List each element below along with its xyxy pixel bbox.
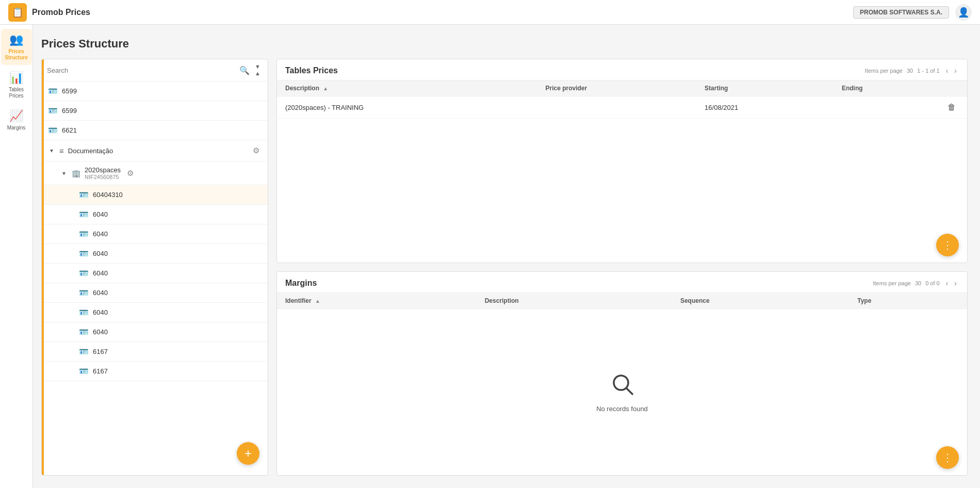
margins-col-sequence[interactable]: Sequence bbox=[672, 293, 849, 309]
app-name: Promob Prices bbox=[32, 8, 90, 17]
margins-section-title: Margins bbox=[285, 279, 317, 288]
margins-next-page-button[interactable]: › bbox=[952, 278, 959, 288]
collapse-icon[interactable]: ▾ bbox=[48, 147, 55, 154]
margins-section: Margins Items per page 30 0 of 0 ‹ › bbox=[276, 271, 968, 476]
margins-pagination-info: 0 of 0 bbox=[925, 280, 940, 286]
folder-2020-icon: 🏢 bbox=[72, 169, 80, 177]
search-icon: 🔍 bbox=[239, 66, 250, 75]
prices-table: Description ▲ Price provider Starting En… bbox=[277, 80, 967, 119]
svg-line-1 bbox=[626, 388, 632, 394]
page-title: Prices Structure bbox=[41, 37, 968, 51]
margins-icon: 📈 bbox=[9, 109, 23, 123]
prices-row-starting: 16/08/2021 bbox=[696, 96, 834, 119]
logo: 📋 Promob Prices bbox=[8, 3, 90, 22]
sidebar-label-prices-structure: PricesStructure bbox=[5, 48, 27, 61]
margins-col-description[interactable]: Description bbox=[477, 293, 672, 309]
margins-section-header: Margins Items per page 30 0 of 0 ‹ › bbox=[277, 272, 967, 293]
prices-col-actions bbox=[936, 80, 967, 96]
tree-item-6040[interactable]: 🪪 6040 bbox=[42, 303, 268, 322]
app-logo-icon: 📋 bbox=[8, 3, 27, 22]
search-arrows: ▼ ▲ bbox=[253, 63, 263, 77]
card-icon: 🪪 bbox=[48, 126, 58, 135]
add-fab-button[interactable]: + bbox=[237, 442, 259, 465]
card-icon: 🪪 bbox=[79, 308, 89, 317]
tree-item[interactable]: 🪪 6599 bbox=[42, 82, 268, 101]
prices-col-ending[interactable]: Ending bbox=[834, 80, 936, 96]
search-input[interactable] bbox=[47, 67, 236, 74]
tree-item-6167[interactable]: 🪪 6167 bbox=[42, 342, 268, 362]
tree-item[interactable]: 🪪 6599 bbox=[42, 101, 268, 121]
margins-section-meta: Items per page 30 0 of 0 ‹ › bbox=[873, 278, 959, 288]
prices-row-description: (2020spaces) - TRAINING bbox=[277, 96, 537, 119]
arrow-down-button[interactable]: ▼ bbox=[253, 63, 263, 70]
tree-folder-2020spaces[interactable]: ▾ 🏢 2020spaces NIF24560875 ⚙ bbox=[42, 161, 268, 185]
table-row[interactable]: (2020spaces) - TRAINING 16/08/2021 🗑 bbox=[277, 96, 967, 119]
prices-row-ending bbox=[834, 96, 936, 119]
tree-item-6040[interactable]: 🪪 6040 bbox=[42, 322, 268, 342]
prices-pagination-buttons: ‹ › bbox=[944, 66, 959, 76]
margins-pagination-buttons: ‹ › bbox=[944, 278, 959, 288]
sidebar-item-prices-structure[interactable]: 👥 PricesStructure bbox=[1, 29, 32, 65]
documentacao-gear-button[interactable]: ⚙ bbox=[251, 145, 262, 156]
no-records-text: No records found bbox=[596, 405, 648, 413]
tree-item-60404310[interactable]: 🪪 60404310 bbox=[42, 185, 268, 205]
card-icon: 🪪 bbox=[79, 288, 89, 298]
no-records-container: No records found bbox=[277, 309, 967, 475]
margins-prev-page-button[interactable]: ‹ bbox=[944, 278, 951, 288]
sidebar-label-margins: Margins bbox=[7, 125, 26, 131]
sidebar-nav: 👥 PricesStructure 📊 Tables Prices 📈 Marg… bbox=[0, 25, 33, 488]
prices-section-title: Tables Prices bbox=[285, 66, 338, 75]
content-area: 🔍 ▼ ▲ 🪪 6599 🪪 6599 bbox=[41, 59, 968, 476]
tree-item-6040[interactable]: 🪪 6040 bbox=[42, 283, 268, 303]
tree-scroll[interactable]: 🪪 6599 🪪 6599 🪪 6621 ▾ ≡ Documentaçã bbox=[42, 82, 268, 475]
card-icon: 🪪 bbox=[79, 269, 89, 278]
card-icon: 🪪 bbox=[79, 210, 89, 219]
card-icon: 🪪 bbox=[79, 230, 89, 239]
prices-col-description[interactable]: Description ▲ bbox=[277, 80, 537, 96]
arrow-up-button[interactable]: ▲ bbox=[253, 70, 263, 77]
margins-col-type[interactable]: Type bbox=[849, 293, 967, 309]
collapse-2020-icon[interactable]: ▾ bbox=[60, 170, 68, 177]
prices-section-header: Tables Prices Items per page 30 1 - 1 of… bbox=[277, 59, 967, 80]
tree-item-6040[interactable]: 🪪 6040 bbox=[42, 244, 268, 264]
2020spaces-gear-button[interactable]: ⚙ bbox=[125, 168, 136, 179]
tree-folder-documentacao[interactable]: ▾ ≡ Documentação ⚙ bbox=[42, 140, 268, 161]
delete-price-row-button[interactable]: 🗑 bbox=[944, 102, 959, 113]
prices-col-provider[interactable]: Price provider bbox=[537, 80, 696, 96]
card-60404310-icon: 🪪 bbox=[79, 190, 89, 200]
prices-fab-button[interactable]: ⋮ bbox=[936, 234, 959, 256]
sidebar-item-margins[interactable]: 📈 Margins bbox=[1, 105, 32, 135]
prices-col-starting[interactable]: Starting bbox=[696, 80, 834, 96]
accent-bar bbox=[42, 59, 44, 475]
margins-table: Identifier ▲ Description Sequence Type bbox=[277, 293, 967, 309]
sidebar-label-tables-prices: Tables Prices bbox=[3, 87, 30, 99]
margins-items-per-page: 30 bbox=[915, 280, 921, 286]
card-icon: 🪪 bbox=[79, 347, 89, 356]
topbar-right: PROMOB SOFTWARES S.A. 👤 bbox=[853, 4, 972, 21]
sort-asc-icon: ▲ bbox=[315, 298, 320, 304]
prices-items-per-page: 30 bbox=[907, 68, 913, 74]
prices-items-per-page-label: Items per page bbox=[865, 68, 903, 74]
sidebar-item-tables-prices[interactable]: 📊 Tables Prices bbox=[1, 67, 32, 103]
prices-row-provider bbox=[537, 96, 696, 119]
sort-asc-icon: ▲ bbox=[323, 86, 328, 91]
prices-section: Tables Prices Items per page 30 1 - 1 of… bbox=[276, 59, 968, 263]
margins-col-identifier[interactable]: Identifier ▲ bbox=[277, 293, 477, 309]
prices-row-delete-cell: 🗑 bbox=[936, 96, 967, 119]
prices-prev-page-button[interactable]: ‹ bbox=[944, 66, 951, 76]
company-badge: PROMOB SOFTWARES S.A. bbox=[853, 6, 949, 19]
card-icon: 🪪 bbox=[48, 87, 58, 96]
tree-item-6167[interactable]: 🪪 6167 bbox=[42, 362, 268, 381]
user-account-button[interactable]: 👤 bbox=[955, 4, 972, 21]
tree-item-6040[interactable]: 🪪 6040 bbox=[42, 224, 268, 244]
prices-section-meta: Items per page 30 1 - 1 of 1 ‹ › bbox=[865, 66, 959, 76]
tree-item[interactable]: 🪪 6621 bbox=[42, 121, 268, 140]
margins-fab-button[interactable]: ⋮ bbox=[936, 446, 959, 469]
tree-item-6040[interactable]: 🪪 6040 bbox=[42, 264, 268, 283]
card-icon: 🪪 bbox=[79, 328, 89, 337]
tree-panel: 🔍 ▼ ▲ 🪪 6599 🪪 6599 bbox=[41, 59, 268, 476]
tree-item-6040[interactable]: 🪪 6040 bbox=[42, 205, 268, 224]
prices-next-page-button[interactable]: › bbox=[952, 66, 959, 76]
search-bar: 🔍 ▼ ▲ bbox=[42, 59, 268, 82]
folder-icon: ≡ bbox=[59, 147, 64, 155]
